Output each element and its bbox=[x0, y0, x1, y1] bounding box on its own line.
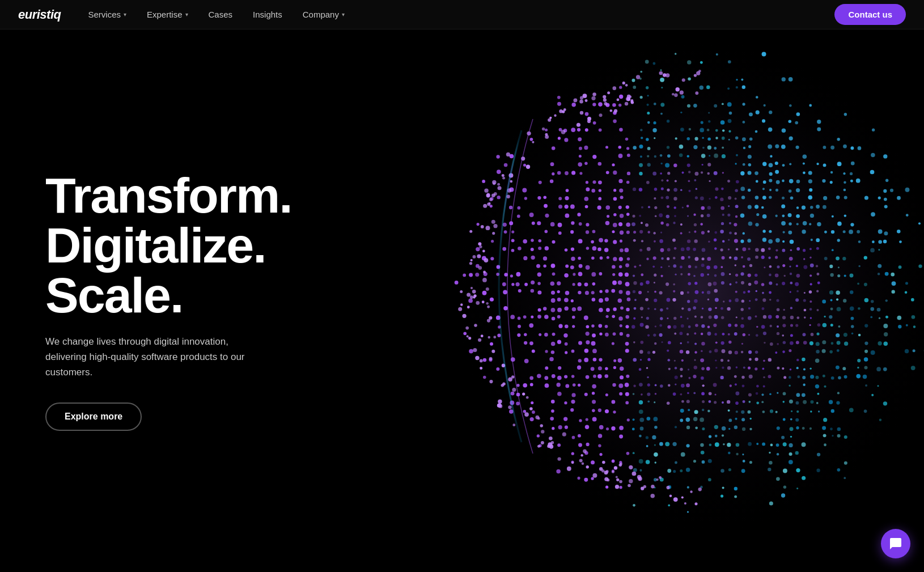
svg-point-1368 bbox=[619, 434, 623, 438]
svg-point-928 bbox=[688, 325, 691, 328]
svg-point-772 bbox=[829, 290, 833, 294]
svg-point-870 bbox=[584, 315, 588, 320]
svg-point-722 bbox=[769, 281, 772, 285]
svg-point-1472 bbox=[783, 485, 786, 488]
svg-point-10 bbox=[640, 70, 642, 73]
svg-point-430 bbox=[803, 221, 807, 225]
svg-point-663 bbox=[680, 273, 683, 275]
svg-point-468 bbox=[843, 230, 846, 233]
svg-point-996 bbox=[884, 332, 888, 336]
svg-point-106 bbox=[625, 137, 628, 140]
svg-point-505 bbox=[790, 239, 794, 244]
svg-point-1430 bbox=[675, 461, 677, 464]
svg-point-560 bbox=[531, 255, 535, 259]
hero-content: Transform. Digitalize. Scale. We change … bbox=[0, 171, 337, 431]
svg-point-1027 bbox=[803, 341, 807, 345]
svg-point-172 bbox=[883, 154, 887, 158]
svg-point-581 bbox=[729, 256, 731, 259]
svg-point-1191 bbox=[612, 383, 616, 386]
svg-point-666 bbox=[700, 273, 703, 276]
svg-point-613 bbox=[673, 264, 676, 268]
nav-label-services: Services bbox=[88, 10, 121, 19]
nav-item-insights[interactable]: Insights bbox=[253, 10, 282, 19]
svg-point-1492 bbox=[680, 90, 684, 94]
svg-point-1668 bbox=[659, 476, 662, 478]
nav-item-cases[interactable]: Cases bbox=[209, 10, 233, 19]
svg-point-404 bbox=[550, 222, 555, 226]
svg-point-1134 bbox=[796, 367, 799, 369]
svg-point-145 bbox=[823, 146, 826, 149]
chat-bubble-button[interactable] bbox=[881, 529, 910, 558]
svg-point-859 bbox=[877, 307, 881, 311]
svg-point-133 bbox=[679, 144, 684, 149]
svg-point-45 bbox=[687, 104, 690, 107]
svg-point-985 bbox=[763, 331, 766, 334]
svg-point-1407 bbox=[571, 452, 574, 455]
svg-point-1521 bbox=[604, 477, 608, 481]
svg-point-1254 bbox=[592, 400, 596, 404]
svg-point-1085 bbox=[633, 358, 637, 362]
svg-point-793 bbox=[672, 298, 676, 301]
svg-point-125 bbox=[584, 145, 588, 149]
nav-item-services[interactable]: Services ▾ bbox=[88, 10, 126, 19]
explore-more-button[interactable]: Explore more bbox=[45, 402, 142, 431]
svg-point-100 bbox=[817, 127, 821, 131]
svg-point-805 bbox=[769, 298, 772, 300]
svg-point-75 bbox=[742, 121, 745, 124]
svg-point-127 bbox=[618, 145, 621, 149]
svg-point-1020 bbox=[741, 342, 743, 344]
svg-point-947 bbox=[838, 325, 840, 327]
svg-point-490 bbox=[659, 239, 663, 243]
svg-point-362 bbox=[816, 205, 820, 209]
svg-point-739 bbox=[557, 290, 560, 293]
svg-point-744 bbox=[599, 290, 602, 293]
svg-point-171 bbox=[871, 152, 875, 157]
svg-point-1247 bbox=[871, 393, 874, 396]
svg-point-1422 bbox=[817, 452, 820, 456]
logo[interactable]: euristiq bbox=[18, 7, 61, 22]
svg-point-816 bbox=[885, 299, 888, 302]
svg-point-592 bbox=[824, 257, 828, 260]
svg-point-311 bbox=[700, 196, 704, 200]
nav-item-expertise[interactable]: Expertise ▾ bbox=[147, 10, 188, 19]
svg-point-876 bbox=[641, 316, 643, 318]
svg-point-64 bbox=[796, 112, 800, 116]
svg-point-1107 bbox=[558, 366, 561, 369]
svg-point-1623 bbox=[669, 494, 672, 497]
svg-point-281 bbox=[721, 187, 724, 190]
svg-point-877 bbox=[646, 316, 649, 319]
svg-point-438 bbox=[544, 230, 548, 233]
svg-point-790 bbox=[645, 298, 649, 301]
svg-point-347 bbox=[674, 206, 676, 209]
svg-point-60 bbox=[729, 111, 732, 115]
svg-point-999 bbox=[529, 341, 533, 345]
contact-us-button[interactable]: Contact us bbox=[834, 4, 906, 25]
svg-point-1611 bbox=[522, 392, 525, 395]
svg-point-684 bbox=[844, 274, 846, 277]
svg-point-1464 bbox=[605, 485, 608, 488]
svg-point-1132 bbox=[782, 367, 784, 369]
svg-point-1162 bbox=[693, 375, 696, 378]
svg-point-915 bbox=[591, 324, 595, 328]
svg-point-1285 bbox=[551, 409, 554, 413]
svg-point-934 bbox=[735, 324, 737, 327]
svg-point-917 bbox=[605, 324, 608, 328]
svg-point-203 bbox=[557, 171, 561, 175]
svg-point-109 bbox=[654, 137, 655, 139]
svg-point-809 bbox=[809, 300, 812, 302]
svg-point-310 bbox=[695, 196, 698, 199]
svg-point-1306 bbox=[810, 410, 812, 412]
svg-point-355 bbox=[748, 205, 752, 209]
nav-item-company[interactable]: Company ▾ bbox=[303, 10, 345, 19]
svg-point-650 bbox=[564, 273, 569, 277]
svg-point-972 bbox=[674, 332, 676, 334]
svg-point-959 bbox=[544, 333, 548, 337]
svg-point-898 bbox=[804, 316, 806, 319]
svg-point-111 bbox=[686, 137, 690, 141]
svg-point-210 bbox=[639, 172, 642, 175]
svg-point-761 bbox=[735, 290, 737, 293]
svg-point-250 bbox=[763, 180, 766, 184]
svg-point-59 bbox=[708, 112, 710, 113]
svg-point-31 bbox=[640, 95, 643, 98]
svg-point-1041 bbox=[565, 351, 567, 354]
